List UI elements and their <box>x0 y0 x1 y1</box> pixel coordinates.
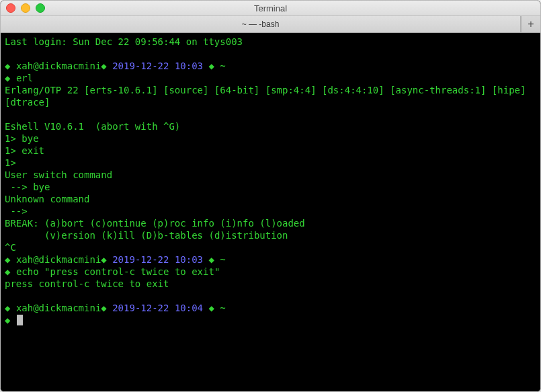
tab-active[interactable]: ~ — -bash <box>1 16 521 32</box>
break-line-1: BREAK: (a)bort (c)ontinue (p)roc info (i… <box>5 217 536 229</box>
shell-line: 1> <box>5 157 536 169</box>
prompt-line: ◆ xah@dickmacmini◆ 2019-12-22 10:03 ◆ ~ <box>5 60 536 72</box>
tab-label: ~ — -bash <box>242 19 280 29</box>
user-switch: User switch command <box>5 169 536 181</box>
minimize-icon[interactable] <box>21 3 30 13</box>
cursor-icon <box>17 315 23 325</box>
terminal-viewport[interactable]: Last login: Sun Dec 22 09:56:44 on ttys0… <box>1 33 540 391</box>
tab-bar: ~ — -bash + <box>1 16 540 33</box>
break-line-2: (v)ersion (k)ill (D)b-tables (d)istribut… <box>5 229 536 241</box>
zoom-icon[interactable] <box>36 3 45 13</box>
arrow-bye: --> bye <box>5 181 536 193</box>
ctrl-c: ^C <box>5 241 536 253</box>
shell-line: 1> exit <box>5 145 536 157</box>
echo-output: press control-c twice to exit <box>5 278 536 290</box>
cursor-line: ◆ <box>5 314 536 326</box>
unknown-cmd: Unknown command <box>5 193 536 205</box>
cmd-erl: ◆ erl <box>5 72 536 84</box>
prompt-line: ◆ xah@dickmacmini◆ 2019-12-22 10:04 ◆ ~ <box>5 302 536 314</box>
erl-banner: Erlang/OTP 22 [erts-10.6.1] [source] [64… <box>5 84 536 108</box>
titlebar: Terminal <box>1 1 540 16</box>
arrow: --> <box>5 205 536 217</box>
window-title: Terminal <box>1 3 540 13</box>
window-controls <box>1 3 45 13</box>
blank-line <box>5 108 536 120</box>
plus-icon: + <box>528 18 534 30</box>
blank-line <box>5 48 536 60</box>
close-icon[interactable] <box>6 3 15 13</box>
cmd-echo: ◆ echo "press control-c twice to exit" <box>5 266 536 278</box>
prompt-line: ◆ xah@dickmacmini◆ 2019-12-22 10:03 ◆ ~ <box>5 253 536 266</box>
blank-line <box>5 290 536 302</box>
terminal-window: Terminal ~ — -bash + Last login: Sun Dec… <box>0 0 541 392</box>
last-login: Last login: Sun Dec 22 09:56:44 on ttys0… <box>5 36 536 48</box>
eshell-line: Eshell V10.6.1 (abort with ^G) <box>5 120 536 132</box>
shell-line: 1> bye <box>5 132 536 145</box>
new-tab-button[interactable]: + <box>521 16 540 32</box>
